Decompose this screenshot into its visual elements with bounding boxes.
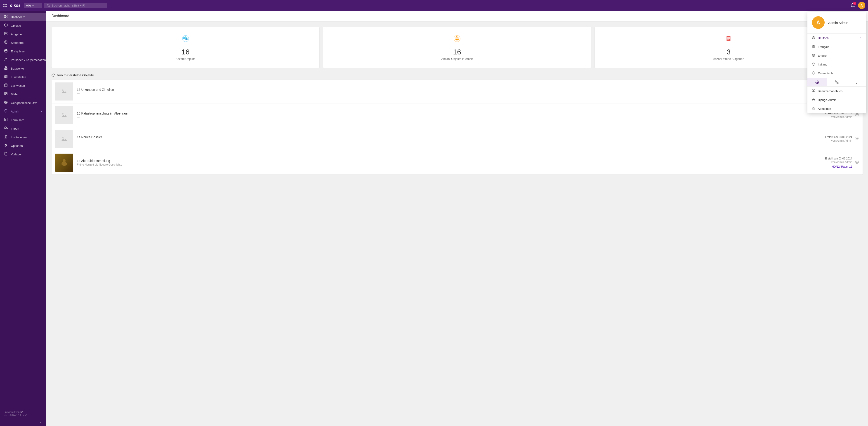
stat-card-in-arbeit: 16 Anzahl Objekte in Arbeit: [323, 27, 591, 68]
object-action-15[interactable]: [855, 113, 859, 118]
svg-rect-6: [4, 15, 6, 16]
apps-icon[interactable]: [3, 3, 7, 8]
sidebar-item-dashboard[interactable]: Dashboard: [0, 13, 46, 21]
svg-point-43: [5, 146, 6, 146]
sidebar-item-aufgaben[interactable]: Aufgaben: [0, 30, 46, 38]
svg-marker-37: [5, 135, 7, 136]
dropdown-avatar: A: [812, 16, 825, 29]
benutzerhandbuch-item[interactable]: Benutzerhandbuch: [807, 87, 866, 96]
ereignisse-icon: [4, 49, 8, 54]
django-admin-item[interactable]: Django-Admin: [807, 96, 866, 104]
dropdown-tab-phone[interactable]: [827, 78, 847, 86]
sidebar-label-fundstellen: Fundstellen: [11, 75, 26, 79]
sidebar-item-leihwesen[interactable]: Leihwesen: [0, 81, 46, 90]
dropdown-tab-monitor[interactable]: [846, 78, 866, 86]
user-avatar-button[interactable]: A: [858, 2, 865, 9]
language-item-rm[interactable]: Rumantsch: [807, 69, 866, 78]
object-row-14[interactable]: 14 Neues Dossier — Erstellt am 03.06.202…: [52, 127, 863, 151]
sidebar-item-formulare[interactable]: Formulare: [0, 116, 46, 124]
svg-rect-3: [5, 6, 7, 7]
sidebar-label-bilder: Bilder: [11, 93, 18, 96]
search-icon: [47, 4, 50, 7]
sidebar-label-standorte: Standorte: [11, 41, 24, 44]
sidebar-item-ereignisse[interactable]: Ereignisse: [0, 47, 46, 56]
institutionen-icon: [4, 135, 8, 139]
vorlagen-icon: [4, 152, 8, 157]
sidebar-item-standorte[interactable]: Standorte: [0, 38, 46, 47]
object-title-14: 14 Neues Dossier: [77, 135, 825, 139]
svg-point-72: [857, 162, 858, 163]
sidebar-item-vorlagen[interactable]: Vorlagen: [0, 150, 46, 159]
object-row-13[interactable]: 13 Alte Bildersammlung Frühe Neuzeit bis…: [52, 151, 863, 174]
object-info-15: 15 Katastrophenschutz im Alpenraum —: [77, 111, 825, 119]
sidebar-item-admin[interactable]: Admin ▲: [0, 107, 46, 116]
search-box: [44, 3, 107, 8]
objekte-icon: [4, 23, 8, 28]
sidebar-label-personen: Personen / Körperschaften: [11, 58, 46, 62]
abmelden-item[interactable]: Abmelden: [807, 104, 866, 113]
svg-marker-10: [4, 24, 7, 26]
admin-icon: [4, 109, 8, 113]
object-created-14: Erstellt am 03.06.2024: [825, 135, 852, 139]
filter-select[interactable]: Alle: [24, 3, 42, 8]
object-row-15[interactable]: 15 Katastrophenschutz im Alpenraum — Ers…: [52, 103, 863, 127]
svg-point-60: [62, 90, 64, 91]
object-title-16: 16 Urkunden und Zimelien: [77, 88, 852, 92]
objects-section-title: Von mir erstellte Objekte: [57, 73, 94, 77]
sidebar-item-bauwerke[interactable]: Bauwerke: [0, 64, 46, 73]
svg-line-73: [858, 161, 859, 161]
optionen-icon: [4, 143, 8, 148]
svg-point-16: [5, 58, 6, 59]
sidebar-footer: Entwickelt von h². oikos 2024.16.1.dev0: [0, 408, 46, 419]
language-item-en[interactable]: English: [807, 51, 866, 60]
sidebar-item-import[interactable]: Import: [0, 124, 46, 133]
abmelden-label: Abmelden: [818, 107, 831, 110]
stats-row: 16 Anzahl Objekte 16 Anzahl Ob: [52, 27, 863, 68]
svg-rect-2: [3, 6, 4, 7]
language-item-de[interactable]: Deutsch ✓: [807, 34, 866, 42]
dashboard-icon: [4, 15, 8, 19]
svg-rect-8: [4, 17, 6, 18]
developer-brand: h².: [20, 411, 23, 413]
object-created-by-13: von Admin Admin: [825, 161, 852, 164]
sidebar-collapse-button[interactable]: [0, 419, 46, 426]
sidebar-item-objekte[interactable]: Objekte: [0, 21, 46, 30]
stat-label-in-arbeit: Anzahl Objekte in Arbeit: [329, 57, 585, 61]
search-area: Alle: [24, 3, 851, 8]
sidebar-label-dashboard: Dashboard: [11, 15, 25, 19]
developed-by-text: Entwickelt von: [4, 411, 20, 413]
sidebar-label-objekte: Objekte: [11, 24, 21, 27]
standorte-icon: [4, 40, 8, 45]
page-title: Dashboard: [52, 14, 69, 18]
svg-point-50: [456, 39, 457, 40]
sidebar-label-optionen: Optionen: [11, 144, 23, 148]
personen-icon: [4, 58, 8, 62]
import-icon: [4, 126, 8, 131]
notification-button[interactable]: 1: [851, 3, 855, 8]
object-title-13: 13 Alte Bildersammlung: [77, 159, 825, 163]
svg-rect-88: [812, 99, 815, 101]
sidebar-item-institutionen[interactable]: Institutionen: [0, 133, 46, 141]
sidebar-item-optionen[interactable]: Optionen: [0, 141, 46, 150]
search-input[interactable]: [52, 4, 101, 7]
language-item-fr[interactable]: Français: [807, 42, 866, 51]
sidebar-label-admin: Admin: [11, 110, 19, 113]
stat-card-objekte: 16 Anzahl Objekte: [52, 27, 319, 68]
stat-number-in-arbeit: 16: [329, 48, 585, 56]
language-label-de: Deutsch: [818, 36, 829, 40]
dropdown-header: A Admin Admin: [807, 12, 866, 34]
object-row-16[interactable]: 16 Urkunden und Zimelien —: [52, 80, 863, 103]
dropdown-tab-settings[interactable]: [807, 78, 827, 86]
object-title-15: 15 Katastrophenschutz im Alpenraum: [77, 111, 825, 115]
sidebar-item-fundstellen[interactable]: Fundstellen: [0, 73, 46, 81]
sidebar-label-import: Import: [11, 127, 19, 130]
object-action-14[interactable]: [855, 136, 859, 142]
sidebar-item-personen[interactable]: Personen / Körperschaften: [0, 56, 46, 64]
objects-section-header: Von mir erstellte Objekte: [52, 73, 863, 77]
object-action-13[interactable]: [855, 160, 859, 165]
sidebar-item-bilder[interactable]: Bilder: [0, 90, 46, 98]
language-item-it[interactable]: Italiano: [807, 60, 866, 69]
sidebar-label-leihwesen: Leihwesen: [11, 84, 25, 88]
sidebar-item-geographische-orte[interactable]: Geographische Orte: [0, 98, 46, 107]
object-info-16: 16 Urkunden und Zimelien —: [77, 88, 852, 95]
